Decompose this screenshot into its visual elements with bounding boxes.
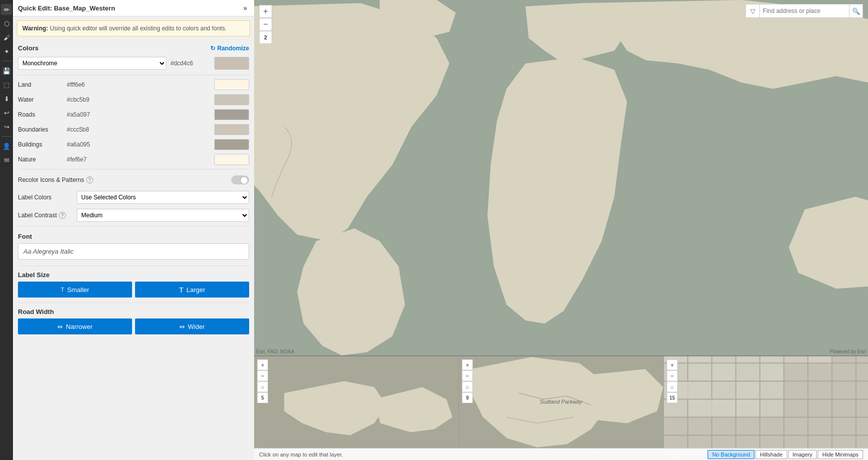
divider-5	[18, 303, 249, 303]
boundaries-color-row: Boundaries #ccc5b8	[13, 122, 254, 137]
boundaries-label: Boundaries	[18, 126, 63, 133]
divider-3	[18, 226, 249, 227]
sidebar-redo-icon[interactable]: ↪	[1, 121, 12, 132]
randomize-button[interactable]: ↻ Randomize	[210, 45, 249, 52]
buildings-color-row: Buildings #a6a095	[13, 137, 254, 152]
water-hex: #cbc5b9	[67, 96, 210, 103]
sidebar-separator-2	[1, 136, 11, 137]
buildings-color-swatch[interactable]	[214, 139, 249, 150]
search-filter-icon[interactable]: ▽	[745, 4, 759, 18]
roads-label: Roads	[18, 111, 63, 118]
panel-title: Quick Edit: Base_Map_Western	[18, 4, 115, 12]
buildings-label: Buildings	[18, 141, 63, 148]
minimap-1-zoom-badge: 5	[257, 392, 268, 403]
tab-hide-minimaps[interactable]: Hide Minimaps	[818, 450, 863, 459]
click-hint-text: Click on any map to edit that layer.	[259, 452, 343, 458]
wider-button[interactable]: ⇔ Wider	[135, 318, 249, 334]
tab-no-background[interactable]: No Background	[708, 450, 754, 459]
water-color-row: Water #cbc5b9	[13, 92, 254, 107]
panel-header: Quick Edit: Base_Map_Western »	[13, 0, 254, 16]
smaller-button[interactable]: T Smaller	[18, 282, 132, 298]
svg-rect-33	[760, 382, 783, 399]
narrower-button[interactable]: ⇔ Narrower	[18, 318, 132, 334]
label-contrast-select[interactable]: Medium	[77, 209, 249, 222]
minimap-1-zoom-in[interactable]: +	[257, 359, 268, 370]
boundaries-color-swatch[interactable]	[214, 124, 249, 135]
zoom-out-button[interactable]: −	[259, 18, 272, 31]
zoom-level-badge: 2	[259, 31, 272, 44]
label-colors-select[interactable]: Use Selected Colors	[77, 191, 249, 204]
warning-text: Using quick editor will override all exi…	[50, 25, 227, 32]
sidebar-edit-icon[interactable]: ✏	[1, 4, 12, 15]
tab-imagery[interactable]: Imagery	[788, 450, 817, 459]
recolor-info-icon[interactable]: ?	[86, 176, 93, 183]
monochrome-hex-value: #dcd4c6	[170, 60, 210, 67]
svg-rect-28	[736, 364, 759, 381]
minimap-3-zoom-in[interactable]: +	[667, 359, 678, 370]
divider-4	[18, 266, 249, 266]
search-go-button[interactable]: 🔍	[849, 4, 863, 18]
wider-icon: ⇔	[179, 323, 185, 330]
recolor-toggle-row: Recolor Icons & Patterns ?	[13, 171, 254, 188]
svg-rect-32	[736, 382, 759, 399]
warning-strong: Warning:	[22, 25, 48, 32]
sidebar-separator-1	[1, 61, 11, 61]
main-map-attribution: Esri, FAO, NOAA	[256, 349, 294, 354]
road-width-section: Road Width ⇔ Narrower ⇔ Wider	[13, 305, 254, 337]
recolor-toggle[interactable]	[231, 175, 249, 184]
larger-button[interactable]: T Larger	[135, 282, 249, 298]
minimap-2-home[interactable]: ⌂	[462, 381, 473, 392]
sidebar-download-icon[interactable]: ⬇	[1, 93, 12, 104]
water-label: Water	[18, 96, 63, 103]
monochrome-select[interactable]: Monochrome	[18, 57, 166, 70]
search-input[interactable]	[759, 4, 849, 18]
minimap-2-place-label: Suitland Parkway	[540, 399, 582, 405]
panel-collapse-button[interactable]: »	[241, 4, 249, 12]
minimap-2-zoom-out[interactable]: −	[462, 370, 473, 381]
land-color-swatch[interactable]	[214, 79, 249, 90]
minimap-1[interactable]: + − ⌂ 5 Esri UK, Esri, HERE, Garmin, FAO…	[254, 356, 459, 460]
map-area: + − 2 ▽ 🔍 Esri, FAO, NOAA Powered by Esr…	[254, 0, 868, 460]
sidebar-save-icon[interactable]: 💾	[1, 65, 12, 76]
minimap-1-home[interactable]: ⌂	[257, 381, 268, 392]
monochrome-color-swatch[interactable]	[214, 57, 249, 70]
svg-rect-35	[688, 400, 735, 417]
nature-hex: #fef6e7	[67, 156, 210, 163]
larger-label: Larger	[186, 286, 205, 294]
svg-rect-29	[760, 364, 783, 381]
sidebar-star-icon[interactable]: ✦	[1, 46, 12, 57]
buildings-hex: #a6a095	[67, 141, 210, 148]
label-size-section: Label Size T Smaller T Larger	[13, 268, 254, 301]
nature-color-row: Nature #fef6e7	[13, 152, 254, 167]
roads-color-row: Roads #a5a097	[13, 107, 254, 122]
label-colors-row: Label Colors Use Selected Colors	[13, 188, 254, 206]
main-map[interactable]: + − 2 ▽ 🔍 Esri, FAO, NOAA Powered by Esr…	[254, 0, 868, 355]
label-size-title: Label Size	[18, 271, 249, 279]
minimap-3-zoom-badge: 15	[667, 392, 678, 403]
svg-rect-27	[713, 364, 735, 381]
water-color-swatch[interactable]	[214, 94, 249, 105]
nature-color-swatch[interactable]	[214, 154, 249, 165]
main-map-controls: + − 2	[259, 5, 272, 44]
minimap-3-home[interactable]: ⌂	[667, 381, 678, 392]
recolor-label-text: Recolor Icons & Patterns	[18, 176, 84, 183]
map-search-bar: ▽ 🔍	[745, 4, 863, 18]
land-hex: #fff6e6	[67, 81, 210, 88]
sidebar-paint-icon[interactable]: 🖌	[1, 32, 12, 43]
minimap-3[interactable]: + − ⌂ 15 Esri Community Maps Contributor…	[664, 356, 868, 460]
sidebar-layout-icon[interactable]: ⬚	[1, 79, 12, 90]
randomize-icon: ↻	[210, 45, 215, 52]
sidebar-layers-icon[interactable]: ⬡	[1, 18, 12, 29]
minimap-3-zoom-out[interactable]: −	[667, 370, 678, 381]
sidebar-share-icon[interactable]: ✉	[1, 154, 12, 165]
minimap-2[interactable]: + − ⌂ 9 Suitland Parkway DCGIS, MANCPPC,…	[459, 356, 664, 460]
zoom-in-button[interactable]: +	[259, 5, 272, 18]
sidebar-undo-icon[interactable]: ↩	[1, 107, 12, 118]
label-contrast-info-icon[interactable]: ?	[59, 212, 66, 219]
minimap-2-zoom-in[interactable]: +	[462, 359, 473, 370]
font-preview[interactable]: Aa Alegreya Italic	[18, 243, 249, 260]
tab-hillshade[interactable]: Hillshade	[755, 450, 787, 459]
minimap-1-zoom-out[interactable]: −	[257, 370, 268, 381]
sidebar-profile-icon[interactable]: 👤	[1, 141, 12, 152]
roads-color-swatch[interactable]	[214, 109, 249, 120]
